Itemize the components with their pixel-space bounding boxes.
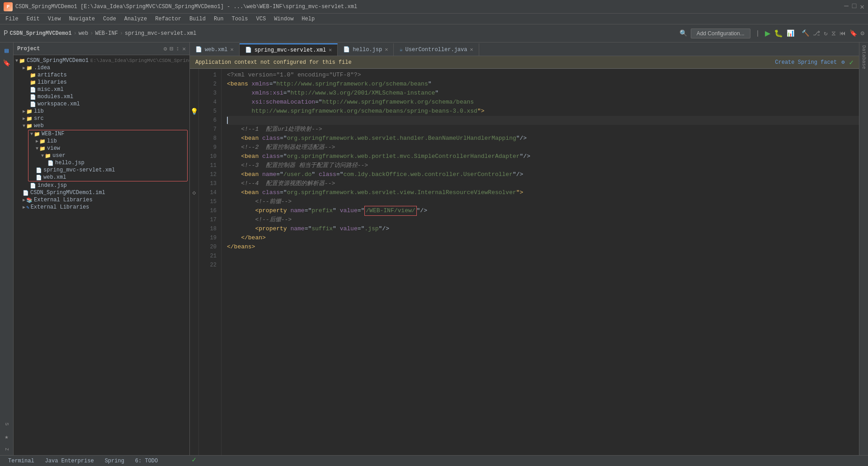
tree-item-iml[interactable]: 📄 CSDN_SpringMVCDemo1.iml <box>14 189 189 196</box>
database-tab[interactable]: Database <box>860 43 868 72</box>
search-everywhere-icon[interactable]: 🔍 <box>679 29 687 37</box>
tree-item-index-jsp[interactable]: 📄 index.jsp <box>14 182 189 189</box>
minimize-button[interactable]: ─ <box>844 2 849 11</box>
build-icon[interactable]: 🔨 <box>802 29 809 37</box>
title-bar-controls[interactable]: ─ □ ✕ <box>844 2 864 11</box>
tree-item-external-libs[interactable]: ▶ 📚 External Libraries <box>14 196 189 204</box>
structure-icon[interactable]: S <box>1 418 13 430</box>
menu-build[interactable]: Build <box>186 15 209 23</box>
root-name[interactable]: CSDN_SpringMVCDemo1 <box>27 57 89 64</box>
terminal-tab[interactable]: Terminal <box>4 457 39 465</box>
hierarchy-icon[interactable]: Z <box>1 443 13 455</box>
code-line-17: <!--后缀--> <box>227 215 859 224</box>
breadcrumb-web[interactable]: web <box>79 30 89 37</box>
tree-item-scratches[interactable]: ▶ ✎ External Libraries <box>14 204 189 211</box>
tree-item-root[interactable]: ▼ 📁 CSDN_SpringMVCDemo1 E:\Java_Idea\Spr… <box>14 57 189 64</box>
bookmarks-icon[interactable]: 🔖 <box>1 57 13 69</box>
line-num-11: 11 <box>199 161 217 170</box>
idea-arrow: ▶ <box>23 65 25 71</box>
tab-web-xml[interactable]: 📄 web.xml ✕ <box>190 43 240 56</box>
menu-vcs[interactable]: VCS <box>253 15 270 23</box>
panel-layout-icon[interactable]: ⊟ <box>170 45 174 52</box>
tab-spring-close[interactable]: ✕ <box>329 47 332 53</box>
profile-button[interactable]: 📊 <box>787 29 794 37</box>
tree-item-spring-servlet[interactable]: 📄 spring_mvc-servlet.xml <box>28 166 187 174</box>
tab-usercontroller[interactable]: ☕ UserController.java ✕ <box>394 43 479 56</box>
tree-item-libraries[interactable]: 📁 libraries <box>14 79 189 86</box>
tree-item-webinf[interactable]: ▼ 📁 WEB-INF <box>28 130 187 138</box>
menu-help[interactable]: Help <box>298 15 318 23</box>
favorites-icon[interactable]: ★ <box>1 431 13 442</box>
breadcrumb-file[interactable]: spring_mvc-servlet.xml <box>125 30 196 37</box>
code-content[interactable]: <?xml version="1.0" encoding="UTF-8"?> <… <box>222 69 859 455</box>
menu-view[interactable]: View <box>44 15 65 23</box>
bookmark-icon[interactable]: 🔖 <box>849 29 857 37</box>
menu-edit[interactable]: Edit <box>23 15 43 23</box>
run-button[interactable]: ▶ <box>765 29 770 38</box>
tree-item-user[interactable]: ▼ 📁 user <box>28 152 187 159</box>
menu-navigate[interactable]: Navigate <box>65 15 99 23</box>
tree-item-artifacts[interactable]: 📁 artifacts <box>14 71 189 79</box>
webinf-highlight-box: ▼ 📁 WEB-INF ▶ 📁 lib ▼ 📁 view ▼ 📁 <box>28 130 188 181</box>
tree-item-web-xml[interactable]: 📄 web.xml <box>28 174 187 181</box>
add-configuration-button[interactable]: Add Configuration... <box>691 29 750 38</box>
menu-refactor[interactable]: Refactor <box>151 15 185 23</box>
lib-name: lib <box>34 108 44 114</box>
panel-close-icon[interactable]: ✕ <box>182 45 186 52</box>
panel-settings-icon[interactable]: ⚙ <box>164 45 167 52</box>
tree-item-lib[interactable]: ▶ 📁 lib <box>14 108 189 115</box>
scratches-name[interactable]: External Libraries <box>31 204 90 210</box>
history-icon[interactable]: ⧖ <box>831 30 836 37</box>
todo-tab-label[interactable]: 6: TODO <box>135 458 158 464</box>
gutter-15 <box>190 197 198 206</box>
menu-tools[interactable]: Tools <box>228 15 252 23</box>
tree-item-idea[interactable]: ▶ 📁 .idea <box>14 64 189 71</box>
maximize-button[interactable]: □ <box>852 2 857 11</box>
create-spring-facet-link[interactable]: Create Spring facet <box>775 59 837 66</box>
close-button[interactable]: ✕ <box>860 2 864 11</box>
update-icon[interactable]: ↻ <box>824 29 827 37</box>
notification-settings-icon[interactable]: ⚙ <box>841 59 844 66</box>
tree-item-workspace[interactable]: 📄 workspace.xml <box>14 100 189 108</box>
java-enterprise-tab[interactable]: Java Enterprise <box>41 457 99 465</box>
menu-run[interactable]: Run <box>210 15 227 23</box>
tree-item-webinf-lib[interactable]: ▶ 📁 lib <box>28 138 187 145</box>
menu-file[interactable]: File <box>2 15 22 23</box>
tree-item-misc[interactable]: 📄 misc.xml <box>14 86 189 93</box>
terminal-tab-label[interactable]: Terminal <box>8 458 34 464</box>
menu-window[interactable]: Window <box>270 15 297 23</box>
rollback-icon[interactable]: ⏮ <box>840 30 846 37</box>
gutter-16 <box>190 206 198 215</box>
tab-spring-servlet[interactable]: 📄 spring_mvc-servlet.xml ✕ <box>240 43 338 56</box>
debug-button[interactable]: 🐛 <box>774 29 783 38</box>
tree-item-modules[interactable]: 📄 modules.xml <box>14 93 189 100</box>
line-num-2: 2 <box>199 80 217 89</box>
java-enterprise-label[interactable]: Java Enterprise <box>45 458 94 464</box>
spring-tab-label[interactable]: Spring <box>105 458 124 464</box>
app-logo: P <box>4 2 13 11</box>
code-editor[interactable]: 💡 ◇ 1 2 <box>190 69 859 455</box>
tab-hello-jsp[interactable]: 📄 hello.jsp ✕ <box>338 43 394 56</box>
tab-hello-close[interactable]: ✕ <box>385 46 388 53</box>
menu-analyze[interactable]: Analyze <box>121 15 151 23</box>
tree-item-src[interactable]: ▶ 📁 src <box>14 115 189 122</box>
notification-checkmark-icon[interactable]: ✓ <box>849 58 854 67</box>
tab-web-xml-close[interactable]: ✕ <box>230 46 233 53</box>
todo-tab[interactable]: 6: TODO <box>131 457 162 465</box>
project-panel-icon[interactable]: ▤ <box>1 44 13 56</box>
webinf-name: WEB-INF <box>42 131 64 137</box>
tab-java-close[interactable]: ✕ <box>470 46 473 53</box>
tree-item-view[interactable]: ▼ 📁 view <box>28 145 187 152</box>
gutter-5[interactable]: 💡 <box>190 107 198 116</box>
panel-sort-icon[interactable]: ↕ <box>176 45 179 52</box>
spring-tab[interactable]: Spring <box>100 457 129 465</box>
menu-code[interactable]: Code <box>99 15 120 23</box>
project-name[interactable]: CSDN_SpringMVCDemo1 <box>10 30 72 37</box>
breadcrumb-webinf[interactable]: WEB-INF <box>95 30 118 37</box>
root-arrow: ▼ <box>15 58 18 63</box>
iml-name: CSDN_SpringMVCDemo1.iml <box>30 190 105 196</box>
tree-item-hello-jsp[interactable]: 📄 hello.jsp <box>28 159 187 166</box>
tree-item-web[interactable]: ▼ 📁 web <box>14 122 189 129</box>
git-icon[interactable]: ⎇ <box>813 29 820 37</box>
settings-toolbar-icon[interactable]: ⚙ <box>861 29 864 37</box>
